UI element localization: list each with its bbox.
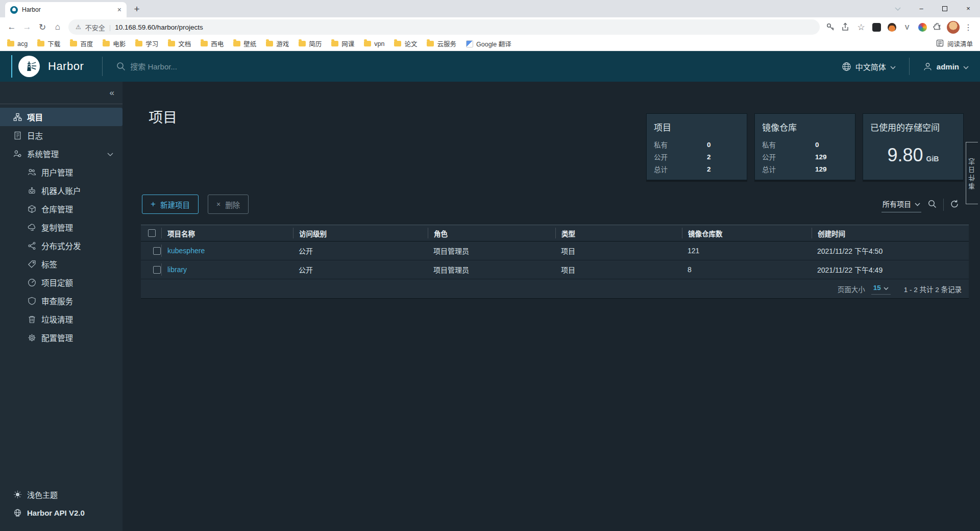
bookmark-label: 简历 [309,39,322,49]
tab-search-button[interactable] [886,0,910,17]
bookmark-item[interactable]: 电影 [103,39,126,49]
browser-tab[interactable]: Harbor × [5,2,127,17]
back-button[interactable]: ← [4,19,19,35]
summary-cards: 项目 私有0 公开2 总计2 镜像仓库 私有0 公开129 总计129 已使用的… [646,113,964,180]
profile-avatar[interactable] [945,19,961,35]
reload-button[interactable]: ↻ [35,19,50,35]
table-row[interactable]: library 公开 项目管理员 项目 8 2021/11/22 下午4:49 [141,260,969,279]
project-link[interactable]: kubesphere [167,247,205,255]
sidebar-item-robot-accounts[interactable]: 机器人账户 [0,181,122,200]
sidebar-item-label: 配置管理 [41,332,73,343]
sidebar-item-distributions[interactable]: 分布式分发 [0,236,122,255]
row-checkbox[interactable] [153,266,161,274]
folder-icon [266,41,273,46]
search-toggle-icon[interactable] [927,199,937,211]
repo-count-cell: 8 [682,263,812,276]
reading-list-icon [936,39,944,49]
project-link[interactable]: library [167,266,187,274]
harbor-brand[interactable]: Harbor [0,55,84,78]
column-header-type: 类型 [555,228,682,238]
bookmark-item-google-translate[interactable]: Google 翻译 [466,39,511,49]
bookmark-item[interactable]: 壁纸 [233,39,256,49]
bookmark-label: 云服务 [437,39,456,49]
bookmark-label: acg [17,40,28,47]
plus-icon: + [151,199,156,209]
folder-icon [427,41,434,46]
sidebar-collapse-button[interactable]: « [0,82,122,104]
sidebar-item-label: 分布式分发 [41,240,81,251]
main-content: 项目 项目 私有0 公开2 总计2 镜像仓库 私有0 公开129 总计129 已… [122,82,980,531]
bookmark-label: 论文 [404,39,417,49]
row-checkbox[interactable] [153,247,161,255]
extension-icon[interactable] [884,19,899,35]
sidebar-item-administration[interactable]: 系统管理 [0,144,122,163]
window-controls: – × [886,0,980,17]
sidebar-item-replications[interactable]: 复制管理 [0,218,122,236]
extension-icon[interactable] [869,19,884,35]
robot-icon [28,186,36,195]
bookmark-item[interactable]: 下载 [37,39,60,49]
page-size-select[interactable]: 15 [871,283,891,295]
sidebar-item-label: 仓库管理 [41,203,73,214]
sidebar-item-labels[interactable]: 标签 [0,255,122,273]
user-menu[interactable]: admin [923,62,969,71]
role-cell: 项目管理员 [428,263,555,276]
type-cell: 项目 [555,245,682,257]
new-tab-button[interactable]: + [130,2,144,16]
extension-icon[interactable] [915,19,930,35]
bookmark-item[interactable]: vpn [364,40,384,47]
tab-close-icon[interactable]: × [117,6,121,13]
bookmark-item[interactable]: 网课 [331,39,354,49]
admin-icon [13,150,22,158]
forward-button[interactable]: → [19,19,35,35]
event-log-side-tab[interactable]: 事件日志 [966,142,978,204]
bookmark-item[interactable]: acg [7,40,28,47]
address-bar[interactable]: ⚠ 不安全 | 10.168.59.60/harbor/projects [68,19,820,35]
select-all-checkbox[interactable] [148,229,156,237]
browser-menu-icon[interactable]: ⋮ [961,19,976,35]
search-input[interactable] [130,62,345,71]
bookmark-item[interactable]: 学习 [135,39,158,49]
extension-icon[interactable]: V [899,19,915,35]
folder-icon [135,41,142,46]
sidebar-item-project-quotas[interactable]: 项目定额 [0,273,122,292]
project-name-cell: kubesphere [161,245,293,257]
extensions-puzzle-icon[interactable] [930,19,945,35]
reading-list-button[interactable]: 阅读清单 [936,39,973,49]
new-project-button[interactable]: + 新建项目 [142,195,199,214]
bookmark-item[interactable]: 游戏 [266,39,289,49]
language-selector[interactable]: 中文简体 [842,61,896,72]
bookmark-item[interactable]: 论文 [394,39,417,49]
bookmark-item[interactable]: 百度 [70,39,93,49]
sidebar-item-registries[interactable]: 仓库管理 [0,200,122,218]
sidebar-item-configuration[interactable]: 配置管理 [0,328,122,347]
bookmark-item[interactable]: 文档 [168,39,191,49]
light-theme-toggle[interactable]: 浅色主题 [0,485,122,503]
table-row[interactable]: kubesphere 公开 项目管理员 项目 121 2021/11/22 下午… [141,242,969,260]
maximize-button[interactable] [933,0,957,17]
global-search[interactable] [116,61,842,71]
sidebar-item-users[interactable]: 用户管理 [0,163,122,181]
delete-button[interactable]: × 删除 [208,195,249,214]
harbor-api-link[interactable]: Harbor API V2.0 [0,503,122,522]
sidebar-item-logs[interactable]: 日志 [0,126,122,144]
sidebar-item-garbage-collection[interactable]: 垃圾清理 [0,310,122,328]
share-icon[interactable] [838,19,853,35]
bookmark-item[interactable]: 云服务 [427,39,456,49]
bookmark-star-icon[interactable]: ☆ [853,19,869,35]
minimize-button[interactable]: – [910,0,933,17]
sidebar-item-projects[interactable]: 项目 [0,108,122,126]
bookmark-label: 游戏 [276,39,289,49]
user-icon [923,62,933,71]
sidebar-item-label: 项目 [27,111,43,123]
project-type-filter[interactable]: 所有项目 [881,197,921,212]
bookmark-label: Google 翻译 [476,39,511,49]
home-button[interactable]: ⌂ [50,19,65,35]
bookmark-item[interactable]: 西电 [201,39,224,49]
close-window-button[interactable]: × [957,0,980,17]
refresh-icon[interactable] [950,199,960,211]
chevron-down-icon [884,284,889,292]
bookmark-item[interactable]: 简历 [299,39,322,49]
sidebar-item-interrogation-services[interactable]: 审查服务 [0,292,122,310]
password-key-icon[interactable] [823,19,838,35]
